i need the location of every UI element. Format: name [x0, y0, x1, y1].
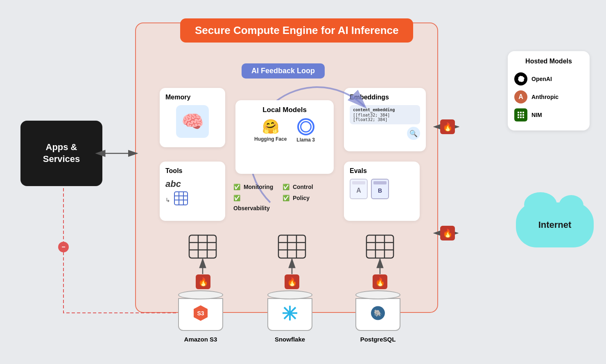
cylinder-top-snowflake [267, 290, 312, 299]
cylinder-top-s3 [178, 290, 223, 299]
feature-observability: ✅ Observability [233, 193, 278, 213]
openai-label: OpenAI [531, 76, 552, 82]
embed-search: 🔍 [350, 127, 420, 140]
anthropic-label: Anthropic [531, 94, 559, 100]
fire-icon-right: 🔥 [373, 274, 387, 289]
openai-icon [514, 72, 527, 85]
evals-content: A B [350, 179, 414, 199]
svg-rect-16 [518, 117, 519, 118]
svg-rect-12 [522, 112, 524, 113]
feedback-loop-label: AI Feedback Loop [242, 63, 325, 79]
apps-services-box: Apps & Services [20, 121, 102, 186]
svg-rect-24 [189, 235, 216, 258]
huggingface-item: 🤗 Hugging Face [254, 118, 287, 143]
features-grid: ✅ Monitoring ✅ Control ✅ Observability ✅… [233, 182, 328, 214]
block-icon: − [58, 242, 69, 252]
tools-card: Tools abc ↳ [160, 162, 225, 221]
tools-arrow: ↳ [165, 197, 170, 203]
local-models-icons: 🤗 Hugging Face Llama 3 [241, 118, 328, 143]
postgres-label: PostgreSQL [360, 336, 396, 343]
svg-point-45 [288, 311, 292, 315]
s3-label: Amazon S3 [184, 336, 217, 343]
fire-icon-left: 🔥 [196, 274, 210, 289]
anthropic-icon: A [514, 90, 527, 103]
nim-icon [514, 108, 527, 121]
local-models-card: Local Models 🤗 Hugging Face Llama 3 [235, 100, 334, 174]
main-title: Secure Compute Engine for AI Inference [180, 18, 413, 43]
cylinder-body-s3: S3 [178, 298, 223, 331]
evals-title: Evals [350, 167, 414, 175]
model-item-nim: NIM [514, 106, 583, 124]
postgres-logo: 🐘 [370, 306, 386, 324]
cylinder-body-postgres: 🐘 [355, 298, 400, 331]
model-item-openai: OpenAI [514, 70, 583, 88]
embeddings-card: Embeddings content_embedding [[float32; … [344, 88, 426, 151]
nim-label: NIM [531, 112, 542, 118]
huggingface-label: Hugging Face [254, 136, 287, 142]
cylinder-s3: S3 Amazon S3 [178, 290, 223, 343]
local-models-title: Local Models [241, 106, 328, 114]
memory-card: Memory 🧠 [160, 88, 225, 147]
svg-rect-17 [520, 117, 522, 118]
svg-rect-13 [518, 114, 519, 116]
cylinder-top-postgres [355, 290, 400, 299]
tools-title: Tools [165, 167, 219, 175]
snowflake-logo [282, 305, 298, 324]
feature-monitoring: ✅ Monitoring [233, 182, 278, 192]
svg-rect-34 [366, 235, 393, 258]
model-item-anthropic: A Anthropic [514, 88, 583, 106]
feature-control: ✅ Control [283, 182, 328, 192]
svg-rect-15 [522, 114, 524, 116]
hosted-models-box: Hosted Models OpenAI A Anthropic [508, 51, 590, 130]
svg-rect-29 [278, 235, 305, 258]
svg-rect-18 [522, 117, 524, 118]
memory-title: Memory [165, 94, 219, 101]
fire-icon-hosted: 🔥 [440, 119, 455, 134]
search-icon: 🔍 [407, 127, 420, 140]
svg-rect-10 [518, 112, 519, 113]
snowflake-label: Snowflake [275, 336, 305, 343]
embeddings-title: Embeddings [350, 94, 420, 101]
cylinder-body-snowflake [267, 298, 312, 331]
s3-logo: S3 [192, 305, 209, 325]
evals-card: Evals A B [344, 162, 420, 221]
cylinder-postgres: 🐘 PostgreSQL [355, 290, 400, 343]
grid-icon-left [188, 234, 217, 261]
hosted-models-title: Hosted Models [514, 58, 583, 65]
grid-icon-middle [278, 234, 306, 261]
svg-rect-11 [520, 112, 522, 113]
llama3-item: Llama 3 [296, 118, 315, 143]
tools-abc: abc [165, 179, 181, 189]
llama3-circle [297, 118, 314, 135]
huggingface-emoji: 🤗 [262, 118, 279, 135]
grid-icon-right [366, 234, 394, 261]
feature-policy: ✅ Policy [283, 193, 328, 213]
diagram-container: Secure Compute Engine for AI Inference A… [8, 6, 598, 358]
svg-rect-19 [174, 192, 188, 205]
embed-code: content_embedding [[float32; 384] [float… [350, 105, 420, 124]
cylinder-snowflake: Snowflake [267, 290, 312, 343]
svg-text:S3: S3 [197, 310, 204, 317]
llama3-label: Llama 3 [296, 137, 315, 143]
fire-icon-middle: 🔥 [285, 274, 299, 289]
svg-text:🐘: 🐘 [374, 309, 382, 317]
tools-table-icon [174, 191, 188, 209]
features-area: ✅ Monitoring ✅ Control ✅ Observability ✅… [233, 182, 328, 214]
fire-icon-internet: 🔥 [440, 226, 455, 240]
svg-rect-14 [520, 114, 522, 116]
brain-icon: 🧠 [176, 105, 209, 138]
tools-content: abc ↳ [165, 179, 219, 209]
internet-cloud: Internet [516, 202, 594, 247]
